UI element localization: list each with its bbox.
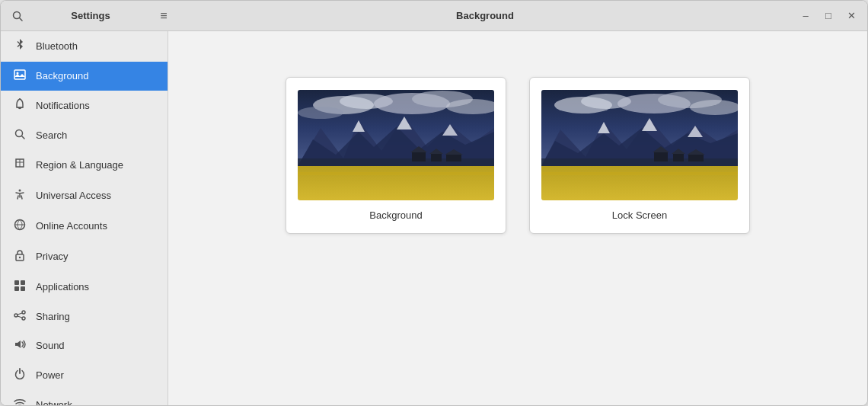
- svg-rect-16: [21, 280, 25, 285]
- sidebar-item-region[interactable]: Region & Language: [1, 150, 168, 181]
- sidebar-item-notifications-label: Notifications: [36, 100, 90, 111]
- svg-rect-45: [298, 172, 494, 175]
- svg-rect-59: [654, 152, 668, 161]
- svg-line-1: [20, 18, 23, 21]
- svg-rect-2: [14, 70, 25, 79]
- sidebar-item-notifications[interactable]: Notifications: [1, 91, 168, 121]
- sidebar-item-power-label: Power: [36, 369, 64, 381]
- svg-point-5: [19, 98, 21, 100]
- svg-point-20: [22, 311, 25, 314]
- settings-window: Settings ≡ Background – □ ✕: [0, 0, 868, 406]
- background-card-label: Background: [369, 209, 422, 221]
- svg-rect-41: [431, 154, 442, 161]
- region-icon: [13, 158, 27, 172]
- sidebar-item-search[interactable]: Search: [1, 121, 168, 150]
- svg-rect-58: [541, 166, 738, 200]
- svg-rect-65: [541, 172, 738, 175]
- online-accounts-icon: [13, 219, 27, 233]
- svg-rect-43: [446, 155, 461, 161]
- sidebar-item-power[interactable]: Power: [1, 360, 168, 391]
- titlebar: Settings ≡ Background – □ ✕: [1, 1, 867, 31]
- svg-rect-4: [17, 107, 23, 108]
- svg-rect-63: [688, 155, 704, 161]
- sidebar-item-sharing-label: Sharing: [36, 311, 70, 322]
- svg-point-51: [690, 100, 738, 115]
- menu-icon: ≡: [160, 9, 167, 23]
- sidebar-item-applications-label: Applications: [36, 281, 89, 293]
- notifications-icon: [13, 98, 27, 113]
- applications-icon: [13, 280, 27, 294]
- search-button[interactable]: [7, 5, 28, 27]
- svg-point-11: [19, 190, 21, 192]
- titlebar-left: Settings ≡: [7, 5, 174, 27]
- svg-point-14: [19, 257, 21, 258]
- window-controls: – □ ✕: [796, 6, 861, 26]
- lock-screen-card[interactable]: Lock Screen: [529, 77, 750, 234]
- privacy-icon: [13, 249, 27, 264]
- sidebar-item-sound[interactable]: Sound: [1, 331, 168, 360]
- svg-rect-61: [673, 154, 684, 161]
- close-button[interactable]: ✕: [841, 6, 861, 26]
- sidebar-item-region-label: Region & Language: [36, 159, 123, 171]
- bluetooth-icon: [13, 39, 27, 53]
- svg-rect-15: [14, 280, 19, 285]
- minimize-icon: –: [803, 10, 808, 21]
- sidebar-item-network[interactable]: Network: [1, 391, 168, 405]
- svg-point-31: [298, 107, 343, 119]
- menu-button[interactable]: ≡: [153, 5, 174, 27]
- maximize-icon: □: [825, 10, 831, 21]
- sidebar-item-privacy-label: Privacy: [36, 251, 69, 262]
- background-card[interactable]: Background: [286, 77, 506, 234]
- universal-access-icon: [13, 188, 27, 203]
- background-preview: [298, 90, 494, 200]
- svg-line-7: [22, 136, 25, 139]
- sidebar-item-sharing[interactable]: Sharing: [1, 302, 168, 331]
- lock-screen-preview: [541, 90, 738, 200]
- svg-rect-17: [14, 286, 19, 291]
- sidebar-item-universal-access-label: Universal Access: [36, 190, 111, 201]
- sidebar-item-bluetooth-label: Bluetooth: [36, 40, 78, 52]
- search-icon: [13, 129, 27, 142]
- sidebar-item-online-accounts-label: Online Accounts: [36, 220, 107, 232]
- power-icon: [13, 368, 27, 382]
- maximize-button[interactable]: □: [819, 6, 838, 26]
- sidebar-item-sound-label: Sound: [36, 340, 65, 351]
- minimize-button[interactable]: –: [796, 6, 815, 26]
- cards-container: Background: [286, 77, 750, 234]
- titlebar-title: Background: [174, 10, 796, 21]
- svg-rect-18: [21, 286, 25, 291]
- sidebar-item-universal-access[interactable]: Universal Access: [1, 181, 168, 211]
- sidebar-item-background[interactable]: Background: [1, 62, 168, 91]
- main-content: Bluetooth Background: [1, 31, 867, 405]
- svg-line-22: [18, 313, 22, 315]
- app-title: Settings: [33, 10, 148, 21]
- sharing-icon: [13, 310, 27, 323]
- background-icon: [13, 69, 27, 82]
- svg-line-23: [18, 316, 22, 318]
- close-icon: ✕: [847, 10, 856, 21]
- sidebar-item-bluetooth[interactable]: Bluetooth: [1, 31, 168, 62]
- main-panel: Background: [168, 31, 867, 405]
- svg-point-19: [14, 314, 18, 317]
- network-icon: [13, 398, 27, 405]
- sidebar-item-privacy[interactable]: Privacy: [1, 241, 168, 272]
- sidebar-item-search-label: Search: [36, 129, 67, 141]
- sidebar: Bluetooth Background: [1, 31, 168, 405]
- sidebar-item-applications[interactable]: Applications: [1, 272, 168, 302]
- sidebar-item-online-accounts[interactable]: Online Accounts: [1, 211, 168, 241]
- lock-screen-card-label: Lock Screen: [612, 209, 667, 221]
- sidebar-item-background-label: Background: [36, 70, 88, 82]
- svg-point-21: [22, 317, 25, 320]
- svg-rect-38: [298, 166, 494, 200]
- sound-icon: [13, 339, 27, 352]
- svg-rect-39: [412, 152, 426, 161]
- sidebar-item-network-label: Network: [36, 399, 72, 405]
